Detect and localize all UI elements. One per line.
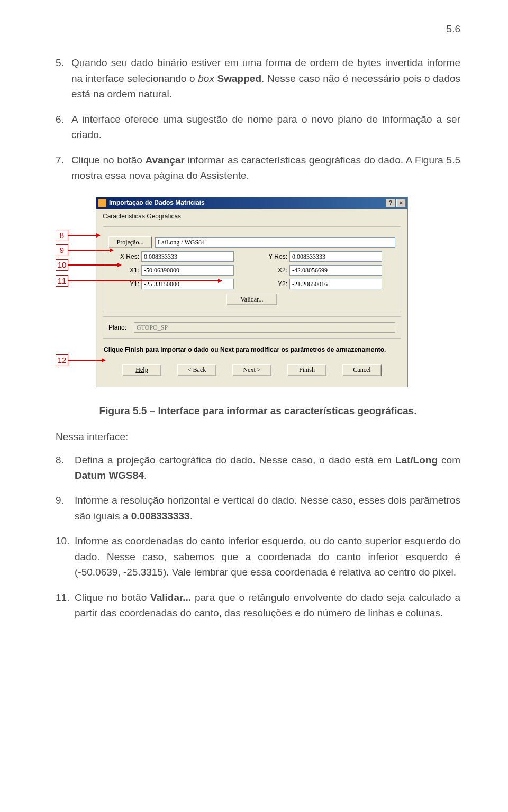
item-text: Informe as coordenadas do canto inferior…	[75, 533, 460, 580]
x2-input[interactable]	[289, 265, 382, 276]
y2-input[interactable]	[289, 279, 382, 289]
list-item-10: 10. Informe as coordenadas do canto infe…	[56, 533, 460, 580]
x2-label: X2:	[260, 266, 289, 276]
cancel-button[interactable]: Cancel	[342, 364, 382, 376]
item-number: 10.	[56, 533, 75, 580]
ordered-list-top: 5. Quando seu dado binário estiver em um…	[56, 55, 460, 183]
plano-input	[134, 322, 395, 333]
nessa-interface: Nessa interface:	[56, 429, 460, 444]
list-item-8: 8. Defina a projeção cartográfica do dad…	[56, 452, 460, 483]
item-text: Informe a resolução horizontal e vertica…	[75, 492, 460, 524]
xres-label: X Res:	[108, 252, 141, 262]
dialog-importacao: Importação de Dados Matriciais ? × Carac…	[96, 197, 408, 387]
list-item-5: 5. Quando seu dado binário estiver em um…	[56, 55, 460, 102]
groupbox-plano: Plano:	[103, 316, 401, 339]
list-item-6: 6. A interface oferece uma sugestão de n…	[56, 112, 460, 143]
ordered-list-bottom: 8. Defina a projeção cartográfica do dad…	[56, 452, 460, 621]
item-number: 6.	[56, 112, 71, 143]
item-text: Defina a projeção cartográfica do dado. …	[75, 452, 460, 483]
list-item-11: 11. Clique no botão Validar... para que …	[56, 590, 460, 621]
item-text: Clique no botão Avançar informar as cara…	[71, 152, 460, 184]
y2-label: Y2:	[260, 279, 289, 289]
figure-5-5: Importação de Dados Matriciais ? × Carac…	[56, 197, 460, 387]
item-number: 9.	[56, 492, 75, 524]
dialog-subtitle: Características Geográficas	[96, 209, 407, 227]
list-item-7: 7. Clique no botão Avançar informar as c…	[56, 152, 460, 184]
item-text: Quando seu dado binário estiver em uma f…	[71, 55, 460, 102]
item-number: 11.	[56, 590, 75, 621]
plano-label: Plano:	[108, 323, 134, 333]
projection-button[interactable]: Projeção...	[108, 236, 152, 248]
help-button[interactable]: Help	[122, 364, 161, 376]
list-item-9: 9. Informe a resolução horizontal e vert…	[56, 492, 460, 524]
row-resolution: X Res: Y Res:	[108, 251, 395, 262]
yres-input[interactable]	[289, 251, 382, 262]
back-button[interactable]: < Back	[177, 364, 216, 376]
x1-input[interactable]	[141, 265, 234, 276]
validar-button[interactable]: Validar...	[226, 294, 277, 305]
item-text: Clique no botão Validar... para que o re…	[75, 590, 460, 621]
item-number: 5.	[56, 55, 71, 102]
finish-button[interactable]: Finish	[287, 364, 326, 376]
groupbox-geo: Projeção... X Res: Y Res: X1:	[103, 226, 401, 312]
figure-caption: Figura 5.5 – Interface para informar as …	[56, 403, 460, 418]
close-titlebar-button[interactable]: ×	[396, 199, 406, 207]
titlebar: Importação de Dados Matriciais ? ×	[96, 197, 407, 209]
item-text: A interface oferece uma sugestão de nome…	[71, 112, 460, 143]
yres-label: Y Res:	[260, 252, 289, 262]
app-icon	[98, 199, 106, 207]
y1-input[interactable]	[141, 279, 234, 289]
item-number: 8.	[56, 452, 75, 483]
page-number: 5.6	[56, 21, 460, 37]
projection-value[interactable]	[155, 237, 395, 248]
next-button[interactable]: Next >	[232, 364, 271, 376]
dialog-button-row: Help < Back Next > Finish Cancel	[103, 362, 401, 380]
item-number: 7.	[56, 152, 71, 184]
y1-label: Y1:	[108, 279, 141, 289]
x1-label: X1:	[108, 266, 141, 276]
row-x-coords: X1: X2:	[108, 265, 395, 276]
help-titlebar-button[interactable]: ?	[386, 199, 395, 207]
row-validar: Validar...	[108, 294, 395, 305]
callout-8: 8	[56, 230, 100, 241]
xres-input[interactable]	[141, 251, 234, 262]
row-projection: Projeção...	[108, 236, 395, 248]
dialog-instruction: Clique Finish para importar o dado ou Ne…	[103, 343, 401, 362]
dialog-title: Importação de Dados Matriciais	[109, 198, 205, 208]
row-y-coords: Y1: Y2:	[108, 279, 395, 289]
